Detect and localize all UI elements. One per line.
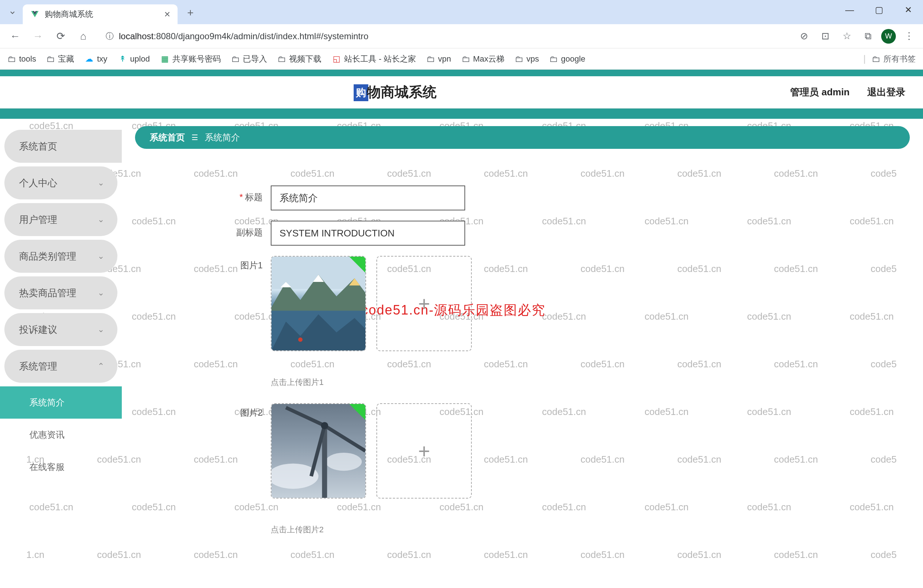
chevron-down-icon: ⌄ (98, 251, 104, 261)
password-icon[interactable]: ⊘ (796, 28, 812, 44)
bookmark-uplod[interactable]: ↟uplod (118, 54, 150, 64)
svg-line-12 (325, 426, 365, 451)
chevron-down-icon: ⌄ (98, 288, 104, 298)
bookmark-vps[interactable]: 🗀vps (515, 54, 539, 64)
nav-sub-systemintro[interactable]: 系统简介 (0, 387, 122, 419)
sheets-icon: ▦ (160, 54, 169, 64)
breadcrumb-current: 系统简介 (205, 132, 240, 143)
nav-home[interactable]: 系统首页 (4, 130, 122, 163)
lens-icon[interactable]: ⊡ (817, 28, 833, 44)
breadcrumb-separator-icon: ☰ (192, 133, 198, 142)
bookmark-txy[interactable]: ☁txy (84, 54, 107, 64)
nav-complaints[interactable]: 投诉建议⌄ (4, 313, 117, 346)
folder-icon: 🗀 (7, 54, 16, 64)
form-container: *标题 副标题 图片1 (135, 149, 910, 535)
all-bookmarks[interactable]: 🗀所有书签 (872, 54, 916, 64)
nav-categories[interactable]: 商品类别管理⌄ (4, 240, 117, 273)
bookmark-shared-pw[interactable]: ▦共享账号密码 (160, 54, 221, 64)
folder-icon: 🗀 (872, 54, 880, 64)
folder-icon: 🗀 (515, 54, 524, 64)
breadcrumb-home[interactable]: 系统首页 (149, 132, 185, 143)
nav-system[interactable]: 系统管理⌃ (4, 350, 117, 383)
nav-users[interactable]: 用户管理⌄ (4, 203, 117, 236)
extensions-icon[interactable]: ⧉ (860, 28, 876, 44)
breadcrumb: 系统首页 ☰ 系统简介 (135, 126, 910, 149)
site-icon: ◱ (332, 54, 341, 64)
folder-icon: 🗀 (278, 54, 286, 64)
image1-add-button[interactable]: + (376, 256, 472, 351)
bookmarks-bar: 🗀tools 🗀宝藏 ☁txy ↟uplod ▦共享账号密码 🗀已导入 🗀视频下… (0, 48, 923, 70)
svg-line-11 (286, 408, 324, 426)
app-title: 购物商城系统 (0, 83, 790, 102)
tab-close-icon[interactable]: × (164, 8, 170, 20)
main-content: 系统首页 ☰ 系统简介 *标题 副标题 图片1 (122, 119, 923, 558)
profile-avatar[interactable]: W (881, 29, 896, 44)
image2-label: 图片2 (234, 403, 271, 419)
url-text: localhost:8080/djangoo9m4k/admin/dist/in… (119, 31, 368, 41)
plus-icon: + (418, 439, 430, 463)
reload-button[interactable]: ⟳ (51, 27, 70, 46)
minimize-button[interactable]: — (835, 0, 864, 20)
image1-thumbnail[interactable] (271, 256, 366, 351)
bookmark-treasure[interactable]: 🗀宝藏 (46, 54, 74, 64)
secondary-accent-bar (0, 108, 923, 119)
folder-icon: 🗀 (462, 54, 470, 64)
bookmark-star-icon[interactable]: ☆ (839, 28, 855, 44)
close-window-button[interactable]: ✕ (893, 0, 923, 20)
bookmark-video-dl[interactable]: 🗀视频下载 (278, 54, 321, 64)
svg-point-9 (326, 453, 362, 471)
bookmark-webmaster[interactable]: ◱站长工具 - 站长之家 (332, 54, 416, 64)
browser-tab[interactable]: 购物商城系统 × (23, 4, 177, 24)
subtitle-input[interactable] (271, 221, 465, 246)
current-user-label[interactable]: 管理员 admin (790, 86, 850, 98)
svg-point-14 (321, 422, 328, 429)
browser-toolbar: ← → ⟳ ⌂ ⓘ localhost:8080/djangoo9m4k/adm… (0, 24, 923, 48)
title-label: *标题 (234, 185, 271, 203)
tablist-dropdown-icon[interactable] (5, 5, 20, 20)
title-input[interactable] (271, 185, 465, 210)
cloud-icon: ☁ (84, 54, 94, 64)
folder-icon: 🗀 (549, 54, 558, 64)
image2-hint: 点击上传图片2 (271, 502, 910, 535)
nav-hot-products[interactable]: 热卖商品管理⌄ (4, 277, 117, 310)
folder-icon: 🗀 (231, 54, 240, 64)
forward-button[interactable]: → (29, 27, 47, 46)
chevron-down-icon: ⌄ (98, 325, 104, 334)
bookmark-vpn[interactable]: 🗀vpn (426, 54, 451, 64)
back-button[interactable]: ← (6, 27, 24, 46)
bookmark-max[interactable]: 🗀Max云梯 (462, 54, 505, 64)
upload-icon: ↟ (118, 54, 127, 64)
site-info-icon[interactable]: ⓘ (106, 31, 114, 42)
address-bar[interactable]: ⓘ localhost:8080/djangoo9m4k/admin/dist/… (100, 27, 788, 46)
tab-title: 购物商城系统 (45, 9, 159, 20)
nav-sub-chat[interactable]: 在线客服 (0, 451, 122, 483)
image1-label: 图片1 (234, 256, 271, 271)
success-corner-icon (349, 404, 365, 420)
success-corner-icon (349, 257, 365, 273)
nav-sub-news[interactable]: 优惠资讯 (0, 419, 122, 451)
menu-icon[interactable]: ⋮ (901, 28, 917, 44)
image2-add-button[interactable]: + (376, 403, 472, 498)
folder-icon: 🗀 (426, 54, 435, 64)
folder-icon: 🗀 (46, 54, 55, 64)
plus-icon: + (418, 292, 430, 316)
chevron-up-icon: ⌃ (98, 362, 104, 371)
top-accent-bar (0, 70, 923, 76)
image1-hint: 点击上传图片1 (271, 355, 910, 388)
home-button[interactable]: ⌂ (74, 27, 92, 46)
svg-point-7 (298, 337, 303, 342)
chevron-down-icon: ⌄ (98, 215, 104, 224)
bookmark-google[interactable]: 🗀google (549, 54, 585, 64)
browser-titlebar: 购物商城系统 × + — ▢ ✕ (0, 0, 923, 24)
subtitle-label: 副标题 (234, 221, 271, 238)
maximize-button[interactable]: ▢ (864, 0, 893, 20)
logout-button[interactable]: 退出登录 (867, 86, 905, 98)
new-tab-button[interactable]: + (181, 4, 200, 22)
bookmark-tools[interactable]: 🗀tools (7, 54, 36, 64)
bookmark-imported[interactable]: 🗀已导入 (231, 54, 267, 64)
vue-favicon-icon (30, 10, 39, 19)
image2-thumbnail[interactable] (271, 403, 366, 498)
sidebar: 系统首页 个人中心⌄ 用户管理⌄ 商品类别管理⌄ 热卖商品管理⌄ 投诉建议⌄ 系… (0, 119, 122, 558)
chevron-down-icon: ⌄ (98, 178, 104, 188)
nav-profile[interactable]: 个人中心⌄ (4, 166, 117, 200)
